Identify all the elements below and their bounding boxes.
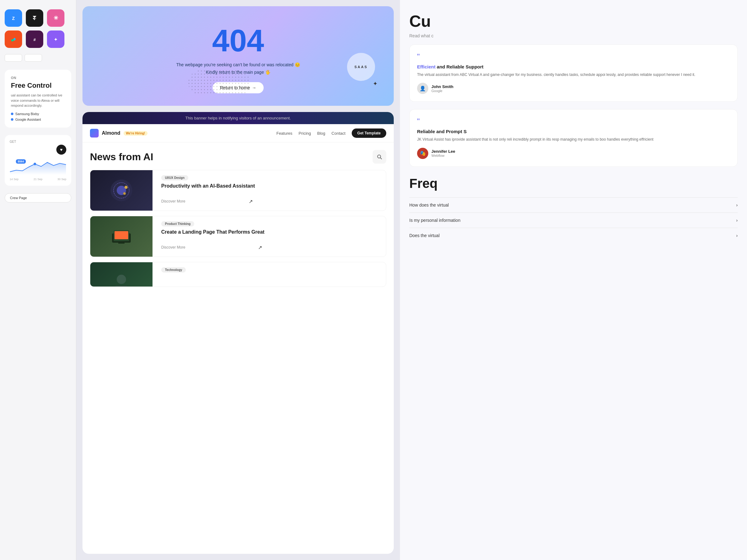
nav-contact[interactable]: Contact <box>332 131 345 136</box>
faq-item-1[interactable]: How does the virtual › <box>409 197 738 212</box>
post-image-3 <box>90 262 153 287</box>
nav-features[interactable]: Features <box>276 131 292 136</box>
person-icon <box>109 270 134 287</box>
framer-icon[interactable] <box>26 9 43 27</box>
svg-rect-32 <box>115 286 128 287</box>
badge-dot-samsung <box>11 113 14 115</box>
small-icon-1 <box>5 54 22 61</box>
svg-rect-29 <box>114 231 128 239</box>
chart-label: GET <box>10 140 66 143</box>
mini-chart: $564 <box>10 158 66 177</box>
date-1: 14 Sep <box>10 178 19 181</box>
svg-rect-19 <box>188 70 251 95</box>
zoom-icon[interactable]: Z <box>5 9 22 27</box>
post-info-3: Technology <box>157 262 189 287</box>
app-icons-grid: Z ✳ <box>5 9 71 48</box>
svg-point-25 <box>125 186 128 189</box>
svg-text:Z: Z <box>12 16 15 21</box>
banner-text: This banner helps in notifying visitors … <box>185 116 291 121</box>
post-arrow-1[interactable]: ↗ <box>246 197 255 206</box>
post-image-2 <box>90 216 153 257</box>
author-name-2: Jennifer Lee <box>431 149 455 154</box>
search-button[interactable] <box>372 150 386 164</box>
badge-samsung: Samsung Bixby <box>11 112 65 116</box>
faq-text-1: How does the virtual <box>409 203 449 208</box>
blog-nav: Almond We're Hiring! Features Pricing Bl… <box>82 124 394 142</box>
control-desc: ual assistant can be controlled ive voic… <box>11 93 65 108</box>
asterisk-icon[interactable]: ✳ <box>47 9 65 27</box>
dot-grid <box>188 70 251 97</box>
logo-icon <box>90 129 99 137</box>
right-header: Cu Read what c <box>400 0 738 45</box>
nav-pricing[interactable]: Pricing <box>299 131 311 136</box>
faq-text-3: Does the virtual <box>409 233 439 238</box>
price-bubble: $564 <box>16 159 26 164</box>
badge-google: Google Assistant <box>11 117 65 121</box>
faq-item-2[interactable]: Is my personal information › <box>409 212 738 228</box>
faq-item-3[interactable]: Does the virtual › <box>409 228 738 243</box>
error-code: 404 <box>95 25 381 56</box>
saas-text: SAAS <box>355 65 368 69</box>
blog-post-3: Technology <box>90 262 386 287</box>
badge-dot-google <box>11 118 14 121</box>
testimonial-author-1: 👤 John Smith Google <box>417 83 730 94</box>
search-icon <box>377 154 382 160</box>
heading-rest-1: and Reliable Support <box>435 64 483 70</box>
badge-google-label: Google Assistant <box>15 117 41 121</box>
svg-rect-30 <box>118 241 125 244</box>
testimonials-section: " Efficient and Reliable Support The vir… <box>400 45 738 166</box>
author-avatar-2: 🎭 <box>417 148 428 159</box>
blog-logo-text: Almond <box>102 130 121 136</box>
blog-logo-group: Almond We're Hiring! <box>90 129 148 137</box>
author-name-1: John Smith <box>431 84 454 89</box>
faq-title: Freq <box>409 176 738 191</box>
blog-post-2: Product Thinking Create a Landing Page T… <box>90 216 386 257</box>
badge-samsung-label: Samsung Bixby <box>15 112 39 116</box>
testimonial-heading-2: Reliable and Prompt S <box>417 129 730 134</box>
svg-point-17 <box>34 163 36 165</box>
blog-title-row: News from AI <box>90 150 386 164</box>
blog-posts-list: UI/UX Design Productivity with an AI-Bas… <box>90 170 386 287</box>
get-template-button[interactable]: Get Template <box>352 129 386 138</box>
blog-post-1: UI/UX Design Productivity with an AI-Bas… <box>90 170 386 211</box>
post-arrow-2[interactable]: ↗ <box>256 243 264 252</box>
linktree-icon[interactable]: ✦ <box>47 30 65 48</box>
blog-banner: This banner helps in notifying visitors … <box>82 112 394 124</box>
post-category-3: Technology <box>161 267 186 272</box>
svg-text:✳: ✳ <box>54 15 58 21</box>
chart-dates: 14 Sep 21 Sep 30 Sep <box>10 178 66 181</box>
crew-button[interactable]: Crew Page <box>5 193 71 203</box>
blog-page-title: News from AI <box>90 151 153 163</box>
hiring-badge: We're Hiring! <box>124 131 148 136</box>
discover-row-2: Discover More ↗ <box>161 243 264 252</box>
testimonial-card-2: " Reliable and Prompt S JK Virtual Assis… <box>409 109 738 166</box>
testimonial-card-1: " Efficient and Reliable Support The vir… <box>409 45 738 102</box>
post-title-1: Productivity with an AI-Based Assistant <box>161 183 255 189</box>
ai-sphere-icon <box>109 178 134 203</box>
author-info-1: John Smith Google <box>431 84 454 93</box>
date-2: 21 Sep <box>34 178 43 181</box>
faq-chevron-3: › <box>736 233 738 238</box>
figma-icon[interactable] <box>5 30 22 48</box>
error-message-1: The webpage you're seeking can't be foun… <box>95 62 381 67</box>
svg-text:#: # <box>33 37 36 42</box>
testimonial-body-2: JK Virtual Assist has iprovide assistant… <box>417 137 730 142</box>
post-info-1: UI/UX Design Productivity with an AI-Bas… <box>157 170 259 211</box>
nav-blog[interactable]: Blog <box>317 131 325 136</box>
right-panel: Cu Read what c " Efficient and Reliable … <box>400 0 747 560</box>
error-card: 404 The webpage you're seeking can't be … <box>82 6 394 106</box>
svg-point-31 <box>117 275 126 284</box>
author-avatar-1: 👤 <box>417 83 428 94</box>
blog-content: News from AI <box>82 142 394 294</box>
chart-area: GET ♥ $564 14 Sep 21 Sep 30 Sep <box>5 135 71 186</box>
post-category-1: UI/UX Design <box>161 175 188 181</box>
svg-line-21 <box>380 158 382 159</box>
control-title: Free Control <box>11 81 65 89</box>
saas-badge: SAAS <box>347 53 375 81</box>
svg-point-26 <box>123 192 126 195</box>
testimonial-heading-1: Efficient and Reliable Support <box>417 64 730 70</box>
arrow-right-icon: → <box>252 85 256 90</box>
slack-icon[interactable]: # <box>26 30 43 48</box>
svg-text:✦: ✦ <box>54 37 58 42</box>
badge-list: Samsung Bixby Google Assistant <box>11 112 65 121</box>
